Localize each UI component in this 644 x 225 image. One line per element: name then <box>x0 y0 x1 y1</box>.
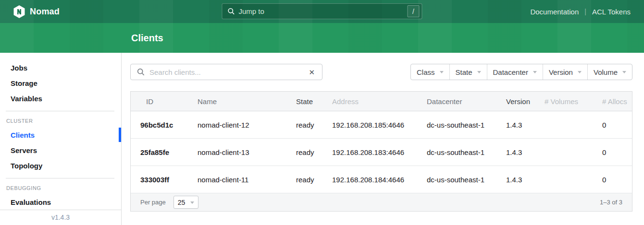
toolbar: ✕ Class State Datacenter <box>130 64 632 80</box>
filter-state[interactable]: State <box>449 64 487 80</box>
sidebar: Jobs Storage Variables CLUSTER Clients S… <box>0 53 122 225</box>
column-header-version[interactable]: Version <box>496 97 535 106</box>
caret-down-icon <box>622 71 626 75</box>
column-header-id[interactable]: ID <box>131 97 188 106</box>
filter-class[interactable]: Class <box>411 64 449 80</box>
slash-shortcut-badge: / <box>408 5 420 17</box>
client-search-box: ✕ <box>130 64 322 80</box>
sidebar-item-clients[interactable]: Clients <box>0 127 121 142</box>
search-clients-input[interactable] <box>149 68 308 76</box>
jump-to-placeholder: Jump to <box>239 7 408 15</box>
client-row[interactable]: 96bc5d1c nomad-client-12 ready 192.168.2… <box>131 111 632 139</box>
sidebar-divider <box>6 178 114 178</box>
clients-table: ID Name State Address Datacenter Version… <box>130 91 632 212</box>
sidebar-item-topology[interactable]: Topology <box>0 158 121 173</box>
sidebar-divider <box>6 111 114 111</box>
sidebar-item-servers[interactable]: Servers <box>0 142 121 158</box>
sidebar-section-cluster: CLUSTER <box>0 116 121 127</box>
sidebar-item-variables[interactable]: Variables <box>0 91 121 106</box>
pagination-range: 1–3 of 3 <box>600 199 622 206</box>
brand-label: Nomad <box>30 7 60 17</box>
sidebar-item-storage[interactable]: Storage <box>0 75 121 91</box>
search-icon <box>137 68 145 76</box>
column-header-state[interactable]: State <box>286 97 322 106</box>
column-header-name[interactable]: Name <box>188 97 286 106</box>
links-separator: | <box>584 8 586 15</box>
nomad-app: Nomad Jump to / Documentation | ACL Toke… <box>0 0 644 225</box>
top-navbar: Nomad Jump to / Documentation | ACL Toke… <box>0 0 644 23</box>
nomad-logo-icon <box>13 5 25 18</box>
table-header-row: ID Name State Address Datacenter Version… <box>131 92 632 111</box>
nomad-home-link[interactable]: Nomad <box>13 5 60 18</box>
version-label: v1.4.3 <box>51 213 70 221</box>
acl-tokens-link[interactable]: ACL Tokens <box>592 8 631 16</box>
column-header-volumes: # Volumes <box>535 97 593 106</box>
caret-down-icon <box>477 71 481 75</box>
page-title: Clients <box>131 33 163 44</box>
jump-to-search[interactable]: Jump to / <box>222 3 422 19</box>
column-header-allocs: # Allocs <box>593 97 632 106</box>
per-page-label: Per page <box>140 199 166 206</box>
navbar-links: Documentation | ACL Tokens <box>530 8 631 16</box>
main-layout: Jobs Storage Variables CLUSTER Clients S… <box>0 53 644 225</box>
clear-search-icon[interactable]: ✕ <box>308 68 316 77</box>
per-page-select[interactable]: 25 <box>173 196 198 209</box>
filter-version[interactable]: Version <box>543 64 587 80</box>
page-header: Clients <box>0 23 644 53</box>
sidebar-section-debugging: DEBUGGING <box>0 183 121 194</box>
sidebar-footer: v1.4.3 <box>0 210 121 225</box>
caret-down-icon <box>533 71 537 75</box>
clients-content: ✕ Class State Datacenter <box>122 53 644 225</box>
search-icon <box>228 8 235 15</box>
caret-down-icon <box>578 71 582 75</box>
filter-bar: Class State Datacenter Version <box>410 64 632 80</box>
filter-datacenter[interactable]: Datacenter <box>487 64 543 80</box>
caret-down-icon <box>190 201 194 206</box>
column-header-datacenter[interactable]: Datacenter <box>417 97 496 106</box>
sidebar-item-jobs[interactable]: Jobs <box>0 60 121 75</box>
table-footer: Per page 25 1–3 of 3 <box>131 193 632 211</box>
column-header-address: Address <box>322 97 417 106</box>
client-row[interactable]: 25fa85fe nomad-client-13 ready 192.168.2… <box>131 139 632 166</box>
filter-volume[interactable]: Volume <box>587 64 632 80</box>
caret-down-icon <box>440 71 444 75</box>
sidebar-item-evaluations[interactable]: Evaluations <box>0 194 121 210</box>
client-row[interactable]: 333003ff nomad-client-11 ready 192.168.2… <box>131 166 632 193</box>
documentation-link[interactable]: Documentation <box>530 8 579 16</box>
